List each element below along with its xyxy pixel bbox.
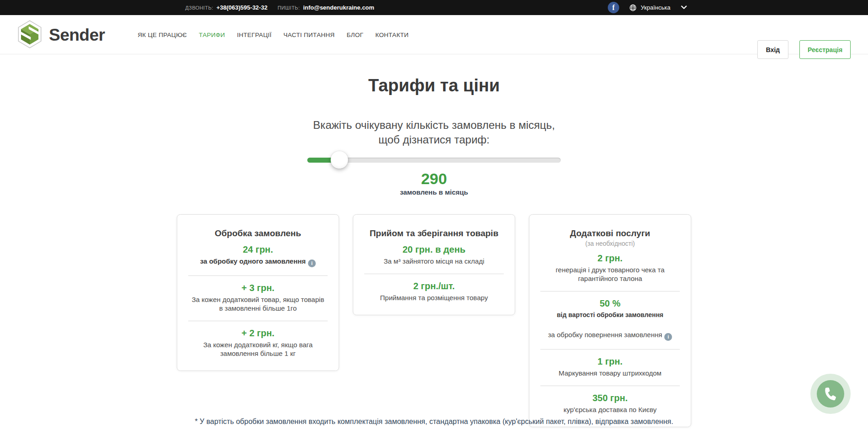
price-value: 2 грн. [538, 253, 683, 264]
contacts: ДЗВОНІТЬ: +38(063)595-32-32 ПИШІТЬ: info… [185, 4, 374, 11]
nav-item[interactable]: ТАРИФИ [193, 32, 231, 38]
card-title: Прийом та зберігання товарів [362, 228, 507, 238]
price-block: + 3 грн.За кожен додатковий товар, якщо … [186, 277, 331, 314]
nav-item[interactable]: КОНТАКТИ [370, 32, 415, 38]
pricing-card: Обробка замовлень24 грн.за обробку одног… [177, 214, 339, 371]
page: ДЗВОНІТЬ: +38(063)595-32-32 ПИШІТЬ: info… [0, 0, 868, 429]
price-caption-bold: від вартості обробки замовлення [538, 311, 683, 319]
card-divider [188, 275, 328, 276]
price-caption: Маркування товару штрихкодом [538, 369, 683, 377]
price-block: 1 грн.Маркування товару штрихкодом [538, 350, 683, 379]
card-divider [188, 321, 328, 321]
price-caption: Приймання та розміщення товару [362, 293, 507, 302]
price-value: + 3 грн. [186, 283, 331, 293]
price-caption: За кожен додатковий кг, якщо вага замовл… [186, 340, 331, 358]
pricing-cards: Обробка замовлень24 грн.за обробку одног… [177, 214, 691, 427]
price-caption: За кожен додатковий товар, якщо товарів … [186, 295, 331, 312]
orders-count: 290 [0, 170, 868, 188]
price-value: 1 грн. [538, 356, 683, 367]
language-selector[interactable]: Українська [629, 4, 687, 11]
register-button[interactable]: Реєстрація [799, 40, 851, 59]
email-contact: ПИШІТЬ: info@senderukraine.com [278, 4, 374, 11]
login-button[interactable]: Вхід [757, 40, 788, 59]
pricing-card: Додаткові послуги(за необхідності)2 грн.… [529, 214, 691, 427]
price-block: 24 грн.за обробку одного замовленняi [186, 238, 331, 269]
card-title: Обробка замовлень [186, 228, 331, 238]
card-title: Додаткові послуги [538, 228, 683, 238]
price-value: + 2 грн. [186, 328, 331, 339]
price-block: + 2 грн.За кожен додатковий кг, якщо ваг… [186, 322, 331, 360]
price-value: 24 грн. [186, 244, 331, 255]
price-caption: кур'єрська доставка по Києву [538, 405, 683, 414]
brand-logo[interactable]: Sender [17, 20, 105, 51]
nav-item[interactable]: БЛОГ [341, 32, 370, 38]
price-block: 2 грн./шт.Приймання та розміщення товару [362, 275, 507, 304]
nav-item[interactable]: ІНТЕГРАЦІЇ [231, 32, 278, 38]
topbar-right: f Українська [608, 2, 687, 13]
price-value: 2 грн./шт. [362, 281, 507, 291]
nav-item[interactable]: ЧАСТІ ПИТАННЯ [278, 32, 341, 38]
footnote: * У вартість обробки замовлення входить … [0, 418, 868, 426]
price-caption-bold: за обробку одного замовленняi [186, 257, 331, 267]
phone-number[interactable]: +38(063)595-32-32 [216, 4, 268, 11]
price-value: 20 грн. в день [362, 244, 507, 255]
write-label: ПИШІТЬ: [278, 5, 300, 11]
price-value: 50 % [538, 298, 683, 309]
page-title: Тарифи та ціни [0, 76, 868, 95]
topbar-content: ДЗВОНІТЬ: +38(063)595-32-32 ПИШІТЬ: info… [185, 0, 687, 15]
slider-prompt: Вкажіть очікувану кількість замовлень в … [0, 118, 868, 147]
price-caption: За м³ зайнятого місця на складі [362, 257, 507, 265]
brand-name: Sender [49, 26, 105, 45]
price-block: 2 грн.генерація і друк товарного чека та… [538, 247, 683, 285]
card-divider [364, 274, 504, 274]
language-label: Українська [641, 4, 670, 11]
slider-handle[interactable] [331, 151, 348, 169]
card-divider [541, 386, 680, 386]
orders-slider[interactable] [307, 158, 561, 163]
price-caption: генерація і друк товарного чека та гаран… [538, 265, 683, 283]
chevron-down-icon [681, 5, 687, 10]
globe-icon [629, 4, 637, 11]
price-value: 350 грн. [538, 393, 683, 403]
header: Sender ЯК ЦЕ ПРАЦЮЄ ТАРИФИ ІНТЕГРАЦІЇ ЧА… [0, 15, 868, 54]
info-icon[interactable]: i [308, 260, 316, 267]
phone-icon [817, 380, 844, 408]
price-caption-extra: за обробку повернення замовленняi [538, 330, 683, 341]
call-fab[interactable] [810, 374, 851, 414]
phone-contact: ДЗВОНІТЬ: +38(063)595-32-32 [185, 4, 268, 11]
price-block: 350 грн.кур'єрська доставка по Києву [538, 387, 683, 416]
logo-icon [17, 20, 43, 51]
card-subtitle: (за необхідності) [538, 240, 683, 247]
price-block: 20 грн. в деньЗа м³ зайнятого місця на с… [362, 238, 507, 267]
price-block: 50 %від вартості обробки замовленняза об… [538, 292, 683, 343]
facebook-icon[interactable]: f [608, 2, 619, 13]
orders-count-label: замовлень в місяць [0, 188, 868, 196]
pricing-card: Прийом та зберігання товарів20 грн. в де… [353, 214, 515, 315]
nav-item[interactable]: ЯК ЦЕ ПРАЦЮЄ [132, 32, 193, 38]
card-divider [541, 291, 680, 291]
topbar: ДЗВОНІТЬ: +38(063)595-32-32 ПИШІТЬ: info… [0, 0, 868, 15]
email-address[interactable]: info@senderukraine.com [303, 4, 375, 11]
call-label: ДЗВОНІТЬ: [185, 5, 213, 11]
card-divider [541, 349, 680, 350]
info-icon[interactable]: i [664, 333, 672, 341]
main-nav: ЯК ЦЕ ПРАЦЮЄ ТАРИФИ ІНТЕГРАЦІЇ ЧАСТІ ПИТ… [132, 15, 415, 54]
